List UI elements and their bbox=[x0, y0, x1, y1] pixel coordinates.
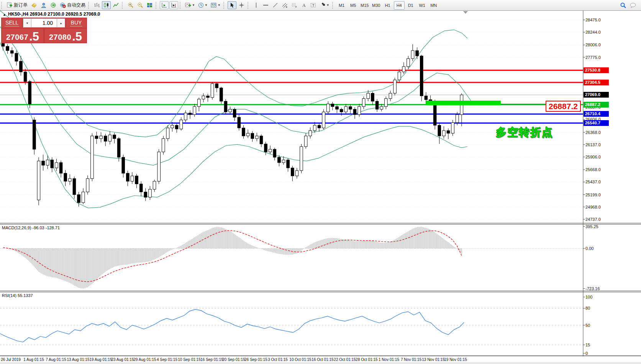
indicators-button[interactable]: ▼ bbox=[184, 1, 196, 9]
fibonacci-button[interactable]: F bbox=[290, 1, 299, 9]
price-tick-label: 28244.0 bbox=[585, 30, 601, 34]
zoom-out-button[interactable] bbox=[136, 1, 144, 9]
toolbar-grip[interactable] bbox=[248, 2, 250, 9]
timeframe-button-mn[interactable]: MN bbox=[428, 1, 439, 10]
zoom-in-button[interactable] bbox=[126, 1, 135, 9]
trendline-button[interactable] bbox=[271, 1, 280, 9]
tile-windows-button[interactable] bbox=[145, 1, 154, 9]
price-tick-label: 25437.0 bbox=[585, 180, 601, 184]
candle bbox=[380, 106, 383, 109]
candle bbox=[126, 173, 130, 181]
toolbar-grip[interactable] bbox=[122, 2, 125, 9]
price-annotation-label[interactable]: 26887.2 bbox=[546, 101, 581, 112]
line-chart-icon bbox=[113, 2, 119, 8]
macd-tick-label: -723.16 bbox=[585, 286, 600, 291]
time-axis-label: 22 Oct 01:15 bbox=[334, 357, 356, 362]
candle bbox=[131, 176, 134, 181]
time-axis-label: 26 Jul 2019 bbox=[1, 357, 21, 362]
candlestick-chart-button[interactable] bbox=[102, 1, 111, 9]
timeframe-button-d1[interactable]: D1 bbox=[405, 1, 416, 10]
price-tick-label: 25906.0 bbox=[585, 155, 601, 159]
timeframe-button-m1[interactable]: M1 bbox=[336, 1, 347, 10]
candle bbox=[6, 46, 9, 51]
price-tick-label: 28475.0 bbox=[585, 18, 601, 22]
vertical-line-button[interactable] bbox=[252, 1, 261, 9]
timeframe-button-m5[interactable]: M5 bbox=[348, 1, 359, 10]
autotrade-button[interactable]: 自动交易 bbox=[58, 1, 87, 9]
green-highlight-rect[interactable] bbox=[426, 101, 501, 105]
time-axis-label: 10 Sep 01:15 bbox=[178, 357, 201, 362]
volume-decrease-button[interactable]: ▼ bbox=[23, 18, 31, 28]
candle bbox=[82, 192, 85, 202]
toolbar-grip[interactable] bbox=[332, 2, 335, 9]
toolbar-grip[interactable] bbox=[180, 2, 182, 9]
new-order-button[interactable]: 新订单 bbox=[5, 1, 29, 9]
bar-chart-button[interactable] bbox=[92, 1, 101, 9]
candle bbox=[139, 184, 143, 192]
market-watch-button[interactable] bbox=[30, 1, 38, 9]
candle bbox=[451, 122, 454, 133]
chart-shift-button[interactable] bbox=[169, 1, 178, 9]
candle bbox=[344, 106, 348, 112]
price-axis-badge: 27069.0 bbox=[584, 92, 609, 98]
auto-scroll-button[interactable] bbox=[160, 1, 169, 9]
templates-button[interactable]: ▼ bbox=[210, 1, 222, 9]
candle bbox=[251, 133, 254, 139]
timeframe-button-m30[interactable]: M30 bbox=[371, 1, 382, 10]
toolbar-grip[interactable] bbox=[1, 2, 4, 9]
candle bbox=[367, 93, 370, 99]
signal-button[interactable] bbox=[49, 1, 57, 9]
rsi-tick-label: 50 bbox=[585, 323, 590, 328]
sell-price-button[interactable]: 27067.5 bbox=[2, 29, 43, 42]
buy-button[interactable]: BUY bbox=[66, 18, 86, 28]
collapse-triangle-icon[interactable]: ▲ bbox=[3, 13, 6, 16]
cursor-button[interactable] bbox=[228, 1, 236, 9]
chinese-annotation-text[interactable]: 多空转折点 bbox=[496, 125, 553, 140]
new-order-icon bbox=[7, 2, 13, 8]
time-axis-label: 1 Nov 01:15 bbox=[379, 357, 399, 362]
candle bbox=[117, 139, 120, 157]
candle bbox=[278, 157, 281, 163]
toolbar-grip[interactable] bbox=[88, 2, 91, 9]
candle bbox=[349, 106, 352, 109]
chat-button[interactable] bbox=[628, 1, 638, 9]
dropdown-arrow-icon: ▼ bbox=[205, 3, 208, 7]
candle bbox=[393, 80, 397, 93]
svg-text:E: E bbox=[286, 6, 287, 8]
arrows-button[interactable]: ▼ bbox=[319, 1, 331, 9]
time-axis-label: 16 Sep 01:15 bbox=[200, 357, 223, 362]
volume-input[interactable]: 1.00 bbox=[31, 18, 57, 28]
sell-button[interactable]: SELL bbox=[2, 18, 22, 28]
chart-canvas[interactable] bbox=[0, 0, 641, 364]
candle bbox=[282, 160, 285, 163]
timeframe-button-h1[interactable]: H1 bbox=[382, 1, 393, 10]
price-tick-label: 28006.0 bbox=[585, 42, 601, 47]
crosshair-button[interactable] bbox=[237, 1, 246, 9]
text-button[interactable]: A bbox=[300, 1, 308, 9]
timeframe-button-h4[interactable]: H4 bbox=[394, 1, 405, 10]
candle bbox=[318, 125, 321, 128]
search-button[interactable] bbox=[619, 1, 628, 9]
toolbar-grip[interactable] bbox=[156, 2, 158, 9]
candle bbox=[371, 93, 374, 101]
timeframe-toolbar: M1M5M15M30H1H4D1W1MN bbox=[336, 1, 439, 10]
new-order-label: 新订单 bbox=[14, 2, 28, 8]
candle bbox=[46, 160, 49, 165]
candle bbox=[77, 194, 80, 202]
periods-button[interactable]: ▼ bbox=[197, 1, 209, 9]
timeframe-button-m15[interactable]: M15 bbox=[359, 1, 370, 10]
equidistant-channel-button[interactable]: E bbox=[280, 1, 289, 9]
candle bbox=[175, 125, 178, 129]
candle bbox=[264, 144, 267, 152]
candle bbox=[122, 157, 125, 173]
candle bbox=[362, 99, 365, 107]
line-chart-button[interactable] bbox=[111, 1, 120, 9]
profile-button[interactable] bbox=[39, 1, 48, 9]
timeframe-button-w1[interactable]: W1 bbox=[417, 1, 428, 10]
buy-price-button[interactable]: 27080.5 bbox=[45, 29, 86, 42]
horizontal-line-button[interactable] bbox=[261, 1, 270, 9]
volume-increase-button[interactable]: ▲ bbox=[57, 18, 65, 28]
scroll-position-marker[interactable] bbox=[463, 11, 468, 14]
toolbar-grip[interactable] bbox=[223, 2, 226, 9]
text-label-button[interactable]: T bbox=[309, 1, 318, 9]
